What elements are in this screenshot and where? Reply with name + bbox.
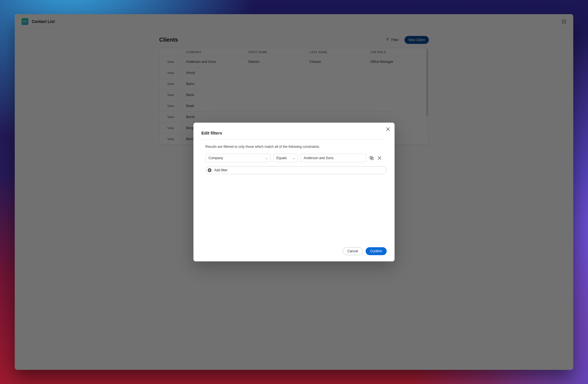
duplicate-filter-icon[interactable]	[369, 155, 374, 161]
modal-divider	[201, 139, 387, 140]
plus-circle-icon	[207, 168, 212, 172]
cancel-button[interactable]: Cancel	[343, 247, 363, 255]
filter-operator-value: Equals	[276, 156, 287, 160]
app-window: COL Contact List Clients Filter New Clie…	[15, 14, 573, 370]
edit-filters-modal: Edit filters Results are filtered to onl…	[193, 123, 395, 261]
modal-title: Edit filters	[201, 131, 387, 135]
confirm-button[interactable]: Confirm	[366, 247, 387, 255]
add-filter-label: Add filter	[214, 168, 227, 172]
filter-field-value: Company	[208, 156, 223, 160]
modal-description: Results are filtered to only those which…	[205, 145, 387, 149]
add-filter-button[interactable]: Add filter	[205, 166, 387, 174]
filter-row: Company Equals	[205, 154, 387, 162]
close-icon[interactable]	[385, 127, 391, 132]
modal-footer: Cancel Confirm	[201, 247, 387, 255]
filter-operator-select[interactable]: Equals	[273, 154, 298, 162]
remove-filter-icon[interactable]	[377, 155, 382, 161]
filter-field-select[interactable]: Company	[205, 154, 270, 162]
filter-value-input[interactable]	[301, 154, 366, 162]
